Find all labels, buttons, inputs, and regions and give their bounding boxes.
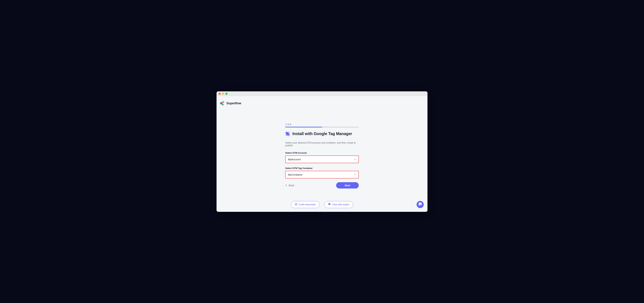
intercom-icon: [418, 202, 422, 207]
chevron-down-icon: [354, 158, 356, 161]
chat-with-expert-button[interactable]: Chat with expert: [324, 201, 353, 208]
progress-bar: [285, 127, 359, 128]
gtm-icon: [285, 132, 290, 136]
chat-label: Chat with expert: [332, 203, 349, 206]
svg-point-2: [222, 104, 224, 106]
gtm-container-field: Select GTM Tag Container MyContainer: [285, 167, 359, 178]
gtm-container-value: MyContainer: [288, 173, 302, 176]
brand-name: Superflow: [226, 102, 241, 105]
chat-widget-button[interactable]: [416, 201, 424, 208]
browser-titlebar: [216, 91, 428, 96]
window-maximize-button[interactable]: [226, 93, 228, 95]
chevron-down-icon: [354, 173, 356, 176]
browser-window: Superflow 2 of 4 Install with Google Tag…: [216, 91, 428, 212]
wizard-nav: Back Next: [285, 182, 359, 188]
progress-fill: [285, 127, 322, 128]
page-description: Select your desired GTM account and cont…: [285, 142, 359, 147]
svg-rect-6: [295, 204, 297, 205]
invite-label: Invite teammate: [299, 203, 316, 206]
back-label: Back: [289, 184, 294, 187]
gtm-account-label: Select GTM Account: [285, 152, 359, 154]
gtm-container-select[interactable]: MyContainer: [285, 171, 359, 178]
page-title: Install with Google Tag Manager: [292, 132, 352, 136]
svg-point-5: [288, 134, 290, 136]
brand-logo: Superflow: [220, 101, 424, 106]
svg-point-0: [222, 101, 224, 103]
window-minimize-button[interactable]: [222, 93, 224, 95]
back-button[interactable]: Back: [285, 184, 294, 187]
gtm-container-label: Select GTM Tag Container: [285, 167, 359, 170]
step-indicator: 2 of 4: [285, 123, 359, 126]
gtm-account-select[interactable]: MyAccount: [285, 156, 359, 163]
window-close-button[interactable]: [218, 93, 220, 95]
wizard-panel: 2 of 4 Install with Google Tag Manager S…: [285, 123, 359, 188]
next-button[interactable]: Next: [336, 182, 359, 188]
page-title-row: Install with Google Tag Manager: [285, 132, 359, 136]
chat-icon: [328, 203, 331, 206]
chevron-left-icon: [285, 184, 287, 187]
invite-teammate-button[interactable]: Invite teammate: [291, 201, 320, 208]
footer-actions: Invite teammate Chat with expert: [291, 201, 353, 208]
app-content: Superflow 2 of 4 Install with Google Tag…: [216, 96, 428, 212]
next-label: Next: [344, 184, 350, 187]
logo-icon: [220, 101, 225, 106]
svg-point-1: [220, 102, 222, 104]
mail-icon: [295, 203, 298, 206]
svg-rect-8: [329, 204, 330, 204]
gtm-account-field: Select GTM Account MyAccount: [285, 152, 359, 163]
gtm-account-value: MyAccount: [288, 158, 300, 161]
